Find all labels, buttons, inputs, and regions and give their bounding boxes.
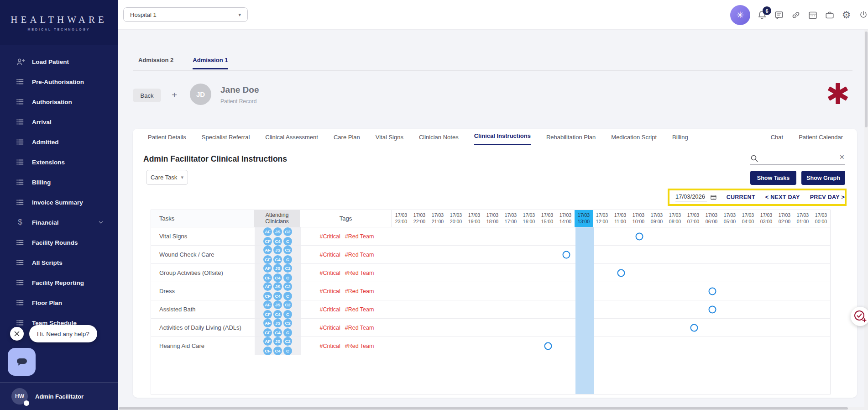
horizontal-scrollbar-thumb[interactable] xyxy=(119,407,848,410)
task-row-activities-of-daily-living-adls[interactable]: Activities of Daily Living (ADLs)AFJSC2C… xyxy=(151,319,830,337)
task-row-wound-check-care[interactable]: Wound Check / CareAFJSC2CFC4C#Critical#R… xyxy=(151,246,830,264)
show-graph-button[interactable]: Show Graph xyxy=(801,171,845,185)
sidebar-item-invoice-summary[interactable]: Invoice Summary xyxy=(0,192,118,212)
clinician-avatar-cf[interactable]: CF xyxy=(263,292,272,300)
clinician-avatar-c4[interactable]: C4 xyxy=(273,310,282,319)
clinician-avatar-cf[interactable]: CF xyxy=(263,310,272,319)
task-marker[interactable] xyxy=(636,232,643,240)
clinician-avatar-af[interactable]: AF xyxy=(263,246,272,254)
clinician-avatar-cf[interactable]: CF xyxy=(263,347,272,355)
clinician-avatar-c[interactable]: C xyxy=(283,328,292,337)
clinician-avatar-c4[interactable]: C4 xyxy=(273,292,282,300)
search-clear-icon[interactable]: ✕ xyxy=(839,153,845,161)
sidebar-item-floor-plan[interactable]: Floor Plan xyxy=(0,293,118,313)
clinician-avatar-af[interactable]: AF xyxy=(263,319,272,327)
chat-close-button[interactable] xyxy=(10,327,24,341)
clinician-avatar-af[interactable]: AF xyxy=(263,337,272,346)
clinician-avatar-c2[interactable]: C2 xyxy=(283,264,292,273)
show-tasks-button[interactable]: Show Tasks xyxy=(750,171,796,185)
clinician-avatar-c2[interactable]: C2 xyxy=(283,227,292,236)
briefcase-button[interactable] xyxy=(824,10,835,20)
clinician-avatar-c4[interactable]: C4 xyxy=(273,255,282,264)
admission-tab-admission-2[interactable]: Admission 2 xyxy=(138,57,173,69)
task-row-hearing-aid-care[interactable]: Hearing Aid CareAFJSC2CFC4C#Critical#Red… xyxy=(151,337,830,355)
next-day-button[interactable]: < NEXT DAY xyxy=(765,194,800,200)
task-row-assisted-bath[interactable]: Assisted BathAFJSC2CFC4C#Critical#Red Te… xyxy=(151,300,830,319)
clinician-avatar-c2[interactable]: C2 xyxy=(283,337,292,346)
clinician-avatar-c2[interactable]: C2 xyxy=(283,246,292,254)
clinician-avatar-c[interactable]: C xyxy=(283,273,292,282)
calendar-button[interactable] xyxy=(807,10,818,20)
prev-day-button[interactable]: PREV DAY > xyxy=(810,194,845,200)
task-marker[interactable] xyxy=(709,305,716,313)
tab-care-plan[interactable]: Care Plan xyxy=(334,134,360,145)
clinician-avatar-cf[interactable]: CF xyxy=(263,237,272,246)
tab-billing[interactable]: Billing xyxy=(672,134,688,145)
task-marker[interactable] xyxy=(690,324,698,331)
tab-medication-script[interactable]: Medication Script xyxy=(611,134,657,145)
sidebar-item-financial[interactable]: $Financial xyxy=(0,212,118,232)
clinician-avatar-js[interactable]: JS xyxy=(273,264,282,273)
task-marker[interactable] xyxy=(709,287,716,295)
clinician-avatar-js[interactable]: JS xyxy=(273,227,282,236)
clinician-avatar-cf[interactable]: CF xyxy=(263,328,272,337)
date-input[interactable]: 17/03/2026 xyxy=(675,193,707,201)
tab-patient-calendar[interactable]: Patient Calendar xyxy=(799,134,843,145)
clinician-avatar-c4[interactable]: C4 xyxy=(273,328,282,337)
sidebar-item-arrival[interactable]: Arrival xyxy=(0,112,118,132)
clinician-avatar-c[interactable]: C xyxy=(283,292,292,300)
clinician-avatar-af[interactable]: AF xyxy=(263,227,272,236)
tab-clinical-assessment[interactable]: Clinical Assessment xyxy=(265,134,318,145)
search-input[interactable] xyxy=(760,154,833,163)
clinician-avatar-c[interactable]: C xyxy=(283,310,292,319)
chat-help-bubble[interactable]: Hi. Need any help? xyxy=(29,325,97,342)
sidebar-item-load-patient[interactable]: Load Patient xyxy=(0,52,118,72)
ai-assistant-button[interactable]: ✳ xyxy=(730,5,750,25)
current-day-button[interactable]: CURRENT xyxy=(727,194,755,200)
clinician-avatar-c4[interactable]: C4 xyxy=(273,237,282,246)
add-admission-button[interactable]: + xyxy=(172,89,177,100)
clinician-avatar-c[interactable]: C xyxy=(283,237,292,246)
sidebar-item-admitted[interactable]: Admitted xyxy=(0,132,118,152)
sidebar-item-billing[interactable]: Billing xyxy=(0,172,118,192)
sidebar-item-authorisation[interactable]: Authorisation xyxy=(0,92,118,112)
clinician-avatar-c2[interactable]: C2 xyxy=(283,300,292,309)
sidebar-item-extensions[interactable]: Extensions xyxy=(0,152,118,172)
tab-specialist-referral[interactable]: Specialist Referral xyxy=(202,134,250,145)
sidebar-item-pre-authorisation[interactable]: Pre-Authorisation xyxy=(0,72,118,92)
clinician-avatar-js[interactable]: JS xyxy=(273,246,282,254)
clinician-avatar-js[interactable]: JS xyxy=(273,319,282,327)
clinician-avatar-js[interactable]: JS xyxy=(273,300,282,309)
tab-clinician-notes[interactable]: Clinician Notes xyxy=(419,134,459,145)
clinician-avatar-c[interactable]: C xyxy=(283,255,292,264)
settings-button[interactable]: ⚙ xyxy=(841,10,852,20)
sidebar-user-footer[interactable]: HW Admin Facilitator xyxy=(0,382,118,410)
clinician-avatar-js[interactable]: JS xyxy=(273,337,282,346)
tab-clinical-instructions[interactable]: Clinical Instructions xyxy=(474,132,531,145)
horizontal-scrollbar[interactable] xyxy=(118,407,868,410)
clinician-avatar-af[interactable]: AF xyxy=(263,264,272,273)
task-marker[interactable] xyxy=(617,269,625,277)
admission-tab-admission-1[interactable]: Admission 1 xyxy=(193,57,228,69)
back-button[interactable]: Back xyxy=(133,89,161,102)
hospital-select[interactable]: Hospital 1 ▾ xyxy=(123,7,248,22)
sidebar-item-facility-rounds[interactable]: Facility Rounds xyxy=(0,232,118,252)
clinician-avatar-js[interactable]: JS xyxy=(273,282,282,291)
link-button[interactable] xyxy=(790,10,801,20)
care-task-filter[interactable]: Care Task ▾ xyxy=(146,170,188,185)
calendar-picker-icon[interactable] xyxy=(710,193,717,201)
tab-patient-details[interactable]: Patient Details xyxy=(148,134,186,145)
task-row-dress[interactable]: DressAFJSC2CFC4C#Critical#Red Team xyxy=(151,282,830,300)
messages-button[interactable] xyxy=(774,10,784,20)
clinician-avatar-cf[interactable]: CF xyxy=(263,255,272,264)
sidebar-item-facility-reporting[interactable]: Facility Reporting xyxy=(0,273,118,293)
notifications-button[interactable]: 6 xyxy=(757,10,767,20)
chat-launcher-button[interactable] xyxy=(8,348,36,376)
tab-chat[interactable]: Chat xyxy=(771,134,783,145)
clinician-avatar-c4[interactable]: C4 xyxy=(273,347,282,355)
clinician-avatar-c4[interactable]: C4 xyxy=(273,273,282,282)
task-row-group-activities-offsite[interactable]: Group Activities (Offsite)AFJSC2CFC4C#Cr… xyxy=(151,264,830,282)
tab-vital-signs[interactable]: Vital Signs xyxy=(376,134,403,145)
clinician-avatar-cf[interactable]: CF xyxy=(263,273,272,282)
clinician-avatar-c[interactable]: C xyxy=(283,347,292,355)
